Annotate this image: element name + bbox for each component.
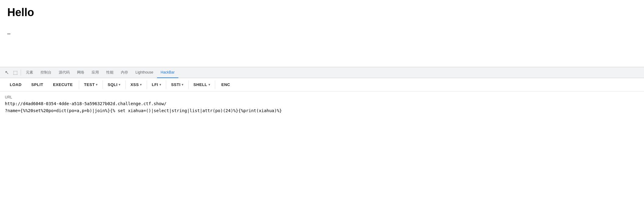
shell-dropdown-arrow: ▾ <box>208 83 210 86</box>
xss-dropdown-arrow: ▾ <box>140 83 142 86</box>
test-button[interactable]: TEST ▾ <box>80 81 101 89</box>
tab-divider <box>21 70 21 76</box>
toolbar-separator-7 <box>215 81 215 89</box>
cursor-icon: ↖ <box>5 70 9 75</box>
devtools-tabbar: ↖ ⬚ 元素 控制台 源代码 网络 应用 性能 <box>0 67 644 78</box>
tab-network[interactable]: 网络 <box>73 67 88 78</box>
toolbar-separator-6 <box>188 81 189 89</box>
shell-button[interactable]: SHELL ▾ <box>190 81 214 89</box>
split-button[interactable]: SPLIT <box>26 81 48 89</box>
toolbar-separator-3 <box>125 81 126 89</box>
sqli-dropdown-arrow: ▾ <box>119 83 121 86</box>
toolbar-separator-2 <box>103 81 103 89</box>
tab-elements[interactable]: 元素 <box>22 67 37 78</box>
tab-application[interactable]: 应用 <box>88 67 103 78</box>
lfi-dropdown-arrow: ▾ <box>159 83 161 86</box>
load-button[interactable]: LOAD <box>5 81 26 89</box>
tab-memory[interactable]: 内存 <box>117 67 132 78</box>
enc-button[interactable]: ENC <box>216 81 235 89</box>
toolbar-separator-1 <box>79 81 79 89</box>
tab-performance[interactable]: 性能 <box>103 67 117 78</box>
page-title: Hello <box>7 6 637 19</box>
xss-button[interactable]: XSS ▾ <box>127 81 145 89</box>
ssti-button[interactable]: SSTI ▾ <box>167 81 187 89</box>
sqli-button[interactable]: SQLI ▾ <box>104 81 124 89</box>
test-dropdown-arrow: ▾ <box>96 83 98 86</box>
page-content: Hello _ ↖ ⬚ 元素 控制台 源代码 网络 <box>0 0 644 203</box>
lfi-button[interactable]: LFI ▾ <box>148 81 165 89</box>
cursor-icon-btn[interactable]: ↖ <box>2 68 11 77</box>
tab-sources[interactable]: 源代码 <box>55 67 73 78</box>
inspect-icon: ⬚ <box>13 70 18 75</box>
url-value: http://d4ad6048-0354-4dde-a518-5a596327b… <box>5 101 639 107</box>
devtools-panel: ↖ ⬚ 元素 控制台 源代码 网络 应用 性能 <box>0 67 644 116</box>
hackbar-toolbar: LOAD SPLIT EXECUTE TEST ▾ SQLI ▾ XSS <box>0 78 644 91</box>
main-content: Hello _ <box>0 0 644 67</box>
ssti-dropdown-arrow: ▾ <box>182 83 184 86</box>
toolbar-separator-4 <box>147 81 147 89</box>
url-label: URL <box>5 95 639 99</box>
url-section: URL http://d4ad6048-0354-4dde-a518-5a596… <box>0 91 644 116</box>
underscore-text: _ <box>7 28 637 34</box>
tab-lighthouse[interactable]: Lighthouse <box>132 67 157 78</box>
tab-hackbar[interactable]: HackBar <box>157 67 178 78</box>
execute-button[interactable]: EXECUTE <box>48 81 78 89</box>
tab-console[interactable]: 控制台 <box>37 67 55 78</box>
url-params: ?name={%%20set%20po=dict(po=a,p=b)|join%… <box>5 108 639 114</box>
inspect-icon-btn[interactable]: ⬚ <box>11 68 19 77</box>
toolbar-separator-5 <box>166 81 166 89</box>
